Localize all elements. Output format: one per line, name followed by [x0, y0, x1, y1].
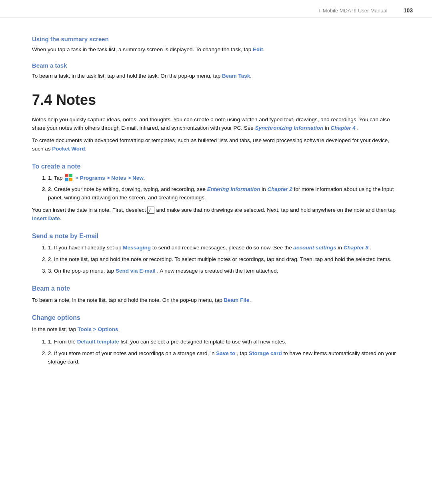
- svg-rect-0: [65, 174, 68, 177]
- heading-create-note: To create a note: [32, 163, 400, 170]
- page-number: 103: [404, 7, 413, 14]
- deselect-icon: [147, 207, 154, 214]
- link-chapter8[interactable]: Chapter 8: [344, 245, 368, 251]
- link-pocket-word[interactable]: Pocket Word: [52, 146, 85, 152]
- heading-send-email: Send a note by E-mail: [32, 233, 400, 240]
- text-change-options-intro: In the note list, tap Tools > Options.: [32, 325, 400, 334]
- change-options-step2: 2. If you store most of your notes and r…: [48, 349, 400, 366]
- heading-beam-task: Beam a task: [32, 62, 400, 69]
- section-using-summary: Using the summary screen When you tap a …: [32, 36, 400, 54]
- text-beam-task: To beam a task, in the task list, tap an…: [32, 72, 400, 80]
- send-email-step1: 1. If you haven't already set up Messagi…: [48, 244, 400, 252]
- svg-rect-2: [65, 178, 68, 181]
- svg-rect-1: [69, 174, 72, 177]
- chapter-title: 7.4 Notes: [32, 92, 400, 108]
- page-container: T-Mobile MDA III User Manual 103 Using t…: [0, 0, 432, 504]
- link-messaging[interactable]: Messaging: [123, 245, 151, 251]
- link-sync-info[interactable]: Synchronizing Information: [255, 125, 324, 131]
- page-content: Using the summary screen When you tap a …: [0, 18, 432, 386]
- change-options-list: 1. From the Default template list, you c…: [48, 338, 400, 366]
- link-default-template[interactable]: Default template: [77, 339, 119, 345]
- send-email-step2: 2. In the note list, tap and hold the no…: [48, 255, 400, 264]
- create-note-step1: 1. Tap > Programs > Notes > New.: [48, 174, 400, 183]
- create-note-list: 1. Tap > Programs > Notes > New. 2. Crea…: [48, 174, 400, 203]
- send-email-list: 1. If you haven't already set up Messagi…: [48, 244, 400, 275]
- text-notes-intro1: Notes help you quickly capture ideas, no…: [32, 116, 400, 133]
- text-insert-date: You can insert the date in a note. First…: [32, 206, 400, 223]
- link-send-via-email[interactable]: Send via E-mail: [116, 268, 156, 274]
- heading-beam-note: Beam a note: [32, 285, 400, 292]
- link-chapter2[interactable]: Chapter 2: [268, 186, 292, 192]
- svg-rect-3: [69, 178, 72, 181]
- link-account-settings[interactable]: account settings: [294, 245, 336, 251]
- link-edit[interactable]: Edit: [253, 46, 263, 52]
- heading-using-summary: Using the summary screen: [32, 36, 400, 42]
- link-tools-options[interactable]: Tools > Options: [78, 326, 118, 332]
- text-notes-intro2: To create documents with advanced format…: [32, 137, 400, 153]
- header-title: T-Mobile MDA III User Manual: [318, 8, 387, 14]
- send-email-step3: 3. On the pop-up menu, tap Send via E-ma…: [48, 267, 400, 275]
- link-beam-file[interactable]: Beam File: [224, 297, 250, 303]
- text-using-summary: When you tap a task in the task list, a …: [32, 46, 400, 54]
- link-save-to[interactable]: Save to: [216, 350, 235, 356]
- link-beam-task[interactable]: Beam Task: [222, 73, 250, 79]
- section-beam-task: Beam a task To beam a task, in the task …: [32, 62, 400, 80]
- page-header: T-Mobile MDA III User Manual 103: [0, 0, 432, 18]
- link-entering-info[interactable]: Entering Information: [207, 186, 260, 192]
- create-note-step2: 2. Create your note by writing, drawing,…: [48, 185, 400, 202]
- windows-start-icon: [65, 174, 73, 182]
- heading-change-options: Change options: [32, 314, 400, 321]
- link-insert-date[interactable]: Insert Date: [32, 215, 60, 221]
- text-beam-note: To beam a note, in the note list, tap an…: [32, 296, 400, 305]
- change-options-step1: 1. From the Default template list, you c…: [48, 338, 400, 346]
- link-storage-card[interactable]: Storage card: [249, 350, 282, 356]
- link-programs-notes-new[interactable]: > Programs > Notes > New.: [75, 175, 145, 181]
- chapter-74-notes: 7.4 Notes Notes help you quickly capture…: [32, 92, 400, 366]
- link-chapter4[interactable]: Chapter 4: [331, 125, 356, 131]
